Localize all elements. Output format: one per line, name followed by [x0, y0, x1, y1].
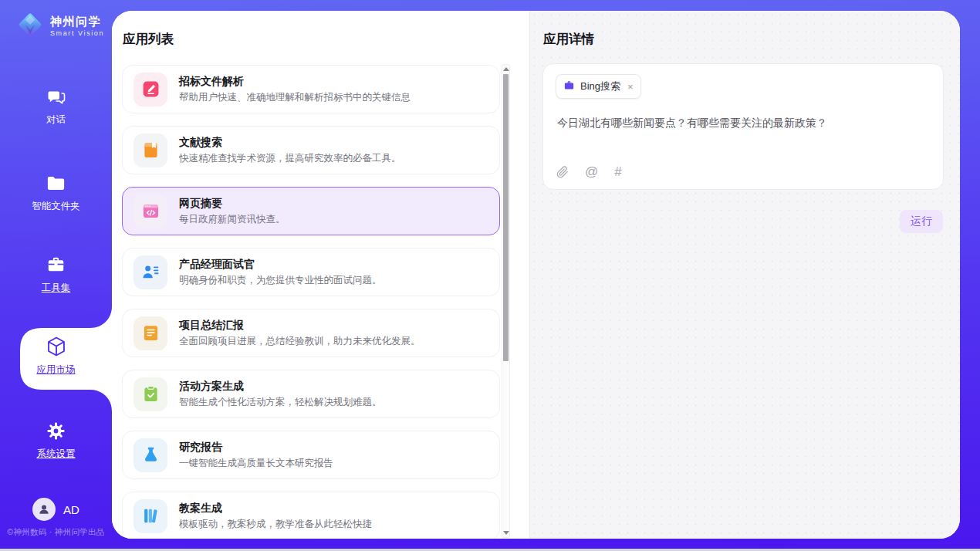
sidebar-item-app-market[interactable]: 应用市场: [0, 335, 112, 377]
tag-close-icon[interactable]: ×: [627, 81, 634, 93]
interview-icon: [133, 255, 167, 289]
app-card-desc: 帮助用户快速、准确地理解和解析招标书中的关键信息: [179, 92, 411, 103]
app-detail-title: 应用详情: [543, 31, 594, 48]
hash-icon[interactable]: #: [614, 165, 621, 178]
app-card-desc: 一键智能生成高质量长文本研究报告: [179, 458, 333, 469]
folder-icon: [46, 171, 66, 194]
prompt-input[interactable]: 今日湖北有哪些新闻要点？有哪些需要关注的最新政策？: [557, 116, 929, 131]
app-card-title: 项目总结汇报: [179, 319, 421, 330]
app-card-title: 研究报告: [179, 441, 333, 452]
run-button[interactable]: 运行: [900, 210, 943, 233]
app-card-research-report[interactable]: 研究报告一键智能生成高质量长文本研究报告: [122, 431, 500, 479]
clipboard-check-icon: [133, 377, 167, 411]
main-panel: 应用列表 招标文件解析帮助用户快速、准确地理解和解析招标书中的关键信息文献搜索快…: [112, 11, 960, 539]
user-account[interactable]: AD: [0, 498, 112, 521]
person-icon: [37, 502, 51, 516]
sidebar-item-label: 系统设置: [37, 448, 76, 461]
app-cards: 招标文件解析帮助用户快速、准确地理解和解析招标书中的关键信息文献搜索快速精准查找…: [122, 65, 500, 539]
app-card-desc: 全面回顾项目进展，总结经验教训，助力未来优化发展。: [179, 336, 421, 347]
scroll-down-icon[interactable]: [503, 531, 509, 535]
books-icon: [133, 499, 167, 533]
app-card-pm-interviewer[interactable]: 产品经理面试官明确身份和职责，为您提供专业性的面试问题。: [122, 248, 500, 296]
brand-subtitle: Smart Vision: [50, 29, 104, 37]
toolbox-icon: [46, 253, 66, 276]
sidebar-item-label: 应用市场: [37, 363, 76, 377]
book-icon: [133, 134, 167, 167]
browser-icon: [133, 194, 167, 228]
brand-logo: 神州问学 Smart Vision: [15, 10, 104, 42]
sidebar-item-chat[interactable]: 对话: [0, 85, 112, 127]
app-list-title: 应用列表: [123, 31, 174, 48]
app-card-desc: 快速精准查找学术资源，提高研究效率的必备工具。: [179, 153, 401, 164]
chat-icon: [46, 85, 67, 108]
tool-tag-label: Bing搜索: [580, 79, 620, 93]
sidebar-item-smart-folder[interactable]: 智能文件夹: [0, 171, 112, 213]
gear-icon: [46, 419, 66, 442]
paperclip-icon[interactable]: [556, 166, 569, 178]
briefcase-icon: [563, 79, 575, 93]
app-card-desc: 明确身份和职责，为您提供专业性的面试问题。: [179, 275, 382, 286]
sidebar: 神州问学 Smart Vision 对话智能文件夹工具集应用市场系统设置 AD …: [0, 0, 112, 549]
sidebar-item-toolset[interactable]: 工具集: [0, 253, 112, 295]
app-card-desc: 智能生成个性化活动方案，轻松解决规划难题。: [179, 397, 382, 408]
cube-icon: [45, 335, 68, 358]
user-name: AD: [63, 503, 79, 516]
app-card-literature-search[interactable]: 文献搜索快速精准查找学术资源，提高研究效率的必备工具。: [122, 126, 500, 174]
sidebar-footer: ©神州数码 · 神州问学出品: [0, 527, 112, 538]
app-card-desc: 模板驱动，教案秒成，教学准备从此轻松快捷: [179, 519, 372, 530]
sidebar-item-system-settings[interactable]: 系统设置: [0, 419, 112, 461]
app-list-pane: 应用列表 招标文件解析帮助用户快速、准确地理解和解析招标书中的关键信息文献搜索快…: [112, 11, 529, 539]
mention-icon[interactable]: @: [585, 165, 598, 178]
app-card-title: 招标文件解析: [179, 76, 411, 86]
app-card-web-summary[interactable]: 网页摘要每日政府新闻资讯快查。: [122, 187, 500, 235]
app-frame: 神州问学 Smart Vision 对话智能文件夹工具集应用市场系统设置 AD …: [0, 0, 980, 549]
attachment-toolbar: @#: [556, 165, 622, 178]
app-card-event-plan[interactable]: 活动方案生成智能生成个性化活动方案，轻松解决规划难题。: [122, 370, 500, 418]
sidebar-item-label: 对话: [46, 113, 66, 127]
app-card-title: 教案生成: [179, 502, 372, 513]
app-card-lesson-plan[interactable]: 教案生成模板驱动，教案秒成，教学准备从此轻松快捷: [122, 492, 500, 539]
scrollbar-thumb[interactable]: [503, 74, 509, 361]
app-card-title: 文献搜索: [179, 137, 401, 147]
app-card-project-summary[interactable]: 项目总结汇报全面回顾项目进展，总结经验教训，助力未来优化发展。: [122, 309, 500, 357]
app-card-title: 活动方案生成: [179, 380, 382, 391]
sidebar-item-label: 智能文件夹: [32, 200, 80, 213]
brand-diamond-icon: [15, 10, 45, 42]
edit-doc-icon: [133, 73, 167, 106]
tool-tag[interactable]: Bing搜索 ×: [556, 74, 641, 99]
app-card-title: 产品经理面试官: [179, 259, 382, 269]
scroll-up-icon[interactable]: [503, 67, 509, 71]
memo-icon: [133, 316, 167, 350]
app-card-bid-analysis[interactable]: 招标文件解析帮助用户快速、准确地理解和解析招标书中的关键信息: [122, 65, 500, 113]
scrollbar[interactable]: [502, 64, 510, 538]
research-icon: [133, 438, 167, 472]
app-detail-pane: 应用详情 Bing搜索 × 今日湖北有哪些新闻要点？有哪些需要关注的最新政策？ …: [529, 11, 960, 539]
prompt-card: Bing搜索 × 今日湖北有哪些新闻要点？有哪些需要关注的最新政策？ @#: [542, 63, 944, 190]
app-card-desc: 每日政府新闻资讯快查。: [179, 214, 286, 225]
brand-name: 神州问学: [50, 15, 104, 29]
sidebar-item-label: 工具集: [42, 282, 71, 295]
avatar: [32, 498, 56, 521]
app-card-title: 网页摘要: [179, 198, 286, 208]
